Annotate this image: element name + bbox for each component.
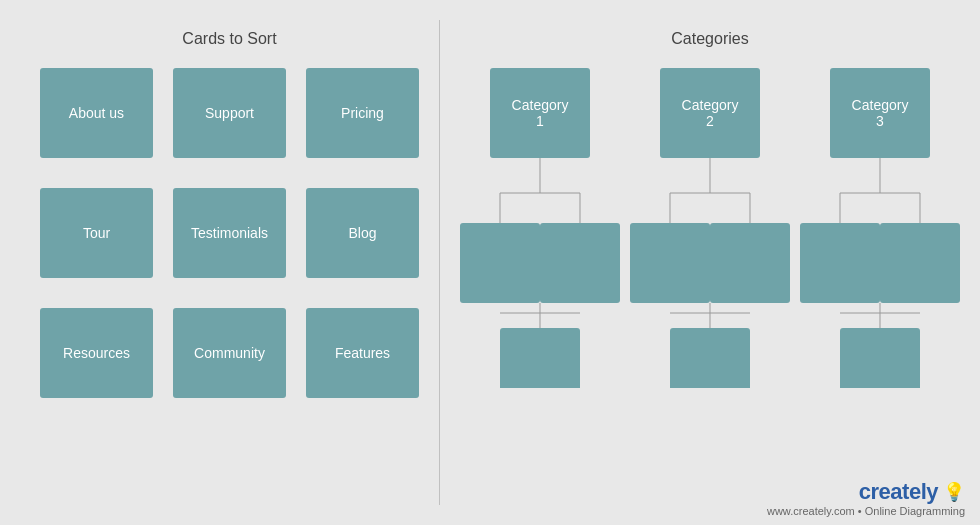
category-3-column: Category3 bbox=[800, 68, 960, 388]
categories-panel: Categories Category1 bbox=[440, 20, 980, 505]
category-2-column: Category2 bbox=[630, 68, 790, 388]
brand-name: creately bbox=[859, 479, 938, 505]
svg-rect-29 bbox=[840, 328, 920, 388]
main-container: Cards to Sort About us Support Pricing T… bbox=[0, 0, 980, 525]
card-tour[interactable]: Tour bbox=[40, 188, 153, 278]
category-1-header[interactable]: Category1 bbox=[490, 68, 590, 158]
card-community[interactable]: Community bbox=[173, 308, 286, 398]
card-resources[interactable]: Resources bbox=[40, 308, 153, 398]
card-blog[interactable]: Blog bbox=[306, 188, 419, 278]
category-2-tree bbox=[630, 158, 790, 388]
svg-rect-15 bbox=[710, 223, 790, 303]
cards-grid: About us Support Pricing Tour Testimonia… bbox=[40, 68, 419, 398]
category-1-tree bbox=[460, 158, 620, 388]
card-pricing[interactable]: Pricing bbox=[306, 68, 419, 158]
categories-grid: Category1 bbox=[460, 68, 960, 388]
category-3-section: Category3 bbox=[800, 68, 960, 388]
category-2-section: Category2 bbox=[630, 68, 790, 388]
category-3-tree bbox=[800, 158, 960, 388]
bulb-icon: 💡 bbox=[943, 481, 965, 503]
svg-rect-14 bbox=[630, 223, 710, 303]
svg-rect-4 bbox=[460, 223, 540, 303]
svg-rect-24 bbox=[800, 223, 880, 303]
footer: creately 💡 www.creately.com • Online Dia… bbox=[767, 479, 965, 517]
card-features[interactable]: Features bbox=[306, 308, 419, 398]
card-support[interactable]: Support bbox=[173, 68, 286, 158]
categories-panel-title: Categories bbox=[460, 30, 960, 48]
category-1-section: Category1 bbox=[460, 68, 620, 388]
category-1-column: Category1 bbox=[460, 68, 620, 388]
svg-rect-19 bbox=[670, 328, 750, 388]
cards-panel: Cards to Sort About us Support Pricing T… bbox=[20, 20, 440, 505]
svg-rect-5 bbox=[540, 223, 620, 303]
cards-panel-title: Cards to Sort bbox=[40, 30, 419, 48]
brand-logo-area: creately 💡 bbox=[767, 479, 965, 505]
brand-tagline: www.creately.com • Online Diagramming bbox=[767, 505, 965, 517]
card-about-us[interactable]: About us bbox=[40, 68, 153, 158]
svg-rect-25 bbox=[880, 223, 960, 303]
card-testimonials[interactable]: Testimonials bbox=[173, 188, 286, 278]
category-3-header[interactable]: Category3 bbox=[830, 68, 930, 158]
svg-rect-9 bbox=[500, 328, 580, 388]
category-2-header[interactable]: Category2 bbox=[660, 68, 760, 158]
